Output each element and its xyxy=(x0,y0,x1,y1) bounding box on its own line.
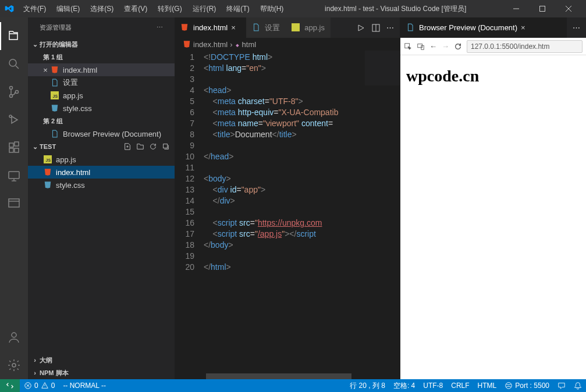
new-folder-icon[interactable] xyxy=(136,142,144,151)
close-tab-icon[interactable]: × xyxy=(231,23,240,32)
horizontal-scrollbar[interactable] xyxy=(175,373,400,379)
chevron-right-icon: › xyxy=(30,369,40,376)
project-file-style-css[interactable]: style.css xyxy=(28,179,175,191)
notifications-icon[interactable] xyxy=(570,379,586,392)
devices-icon[interactable] xyxy=(417,42,425,51)
menu-terminal[interactable]: 终端(T) xyxy=(222,2,254,16)
svg-text:JS: JS xyxy=(46,158,51,162)
file-icon xyxy=(252,23,261,33)
menu-run[interactable]: 运行(R) xyxy=(188,2,221,16)
svg-point-4 xyxy=(9,59,16,66)
remote-explorer-icon[interactable] xyxy=(0,162,28,190)
close-tab-icon[interactable]: × xyxy=(521,23,530,32)
code-content[interactable]: <!DOCTYPE html> <html lang="en"> <head> … xyxy=(204,51,400,373)
menu-file[interactable]: 文件(F) xyxy=(19,2,51,16)
url-text: 127.0.0.1:5500/index.htm xyxy=(471,42,549,51)
extensions-icon[interactable] xyxy=(0,134,28,162)
svg-text:JS: JS xyxy=(53,94,58,98)
problems-button[interactable]: 0 0 xyxy=(20,379,59,392)
svg-point-10 xyxy=(9,115,12,117)
editor-group-2[interactable]: 第 2 组 xyxy=(28,115,175,127)
menu-help[interactable]: 帮助(H) xyxy=(255,2,289,16)
tab-index-html[interactable]: index.html × xyxy=(175,17,246,38)
settings-gear-icon[interactable] xyxy=(0,351,28,379)
svg-rect-14 xyxy=(15,142,19,146)
indentation[interactable]: 空格: 4 xyxy=(389,379,419,392)
main-menu: 文件(F) 编辑(E) 选择(S) 查看(V) 转到(G) 运行(R) 终端(T… xyxy=(19,2,288,16)
breadcrumb-file[interactable]: index.html xyxy=(193,40,228,49)
maximize-button[interactable] xyxy=(529,0,555,17)
more-actions-icon[interactable]: ⋯ xyxy=(386,23,394,32)
tab-browser-preview[interactable]: Browser Preview (Document) × xyxy=(400,17,567,38)
project-file-index-html[interactable]: index.html xyxy=(28,166,175,179)
reload-icon[interactable] xyxy=(454,42,462,51)
open-editor-app-js[interactable]: JS app.js xyxy=(28,89,175,102)
breadcrumb-symbol[interactable]: html xyxy=(242,40,257,49)
menu-view[interactable]: 查看(V) xyxy=(119,2,152,16)
source-control-icon[interactable] xyxy=(0,78,28,106)
cursor-position[interactable]: 行 20 , 列 8 xyxy=(346,379,389,392)
outline-section[interactable]: › 大纲 xyxy=(28,354,175,366)
feedback-icon[interactable] xyxy=(553,379,570,392)
refresh-icon[interactable] xyxy=(149,142,157,151)
open-editors-section[interactable]: ⌄ 打开的编辑器 xyxy=(28,38,175,51)
browser-preview-activity-icon[interactable] xyxy=(0,190,28,218)
js-file-icon: JS xyxy=(50,91,59,100)
eol[interactable]: CRLF xyxy=(447,379,473,392)
npm-scripts-section[interactable]: › NPM 脚本 xyxy=(28,366,175,379)
file-icon xyxy=(50,129,59,138)
language-mode[interactable]: HTML xyxy=(474,379,501,392)
svg-rect-15 xyxy=(9,172,19,179)
close-icon[interactable]: × xyxy=(41,66,50,74)
explorer-icon[interactable] xyxy=(0,22,28,50)
minimap[interactable] xyxy=(365,51,400,85)
more-actions-icon[interactable]: ⋯ xyxy=(573,23,580,32)
menu-goto[interactable]: 转到(G) xyxy=(153,2,186,16)
menu-edit[interactable]: 编辑(E) xyxy=(52,2,84,16)
run-icon[interactable] xyxy=(356,23,365,33)
project-file-app-js[interactable]: JS app.js xyxy=(28,153,175,166)
collapse-all-icon[interactable] xyxy=(162,142,170,151)
menu-select[interactable]: 选择(S) xyxy=(86,2,118,16)
svg-rect-26 xyxy=(164,144,168,148)
back-icon[interactable]: ← xyxy=(429,42,437,51)
open-editor-settings[interactable]: 设置 xyxy=(28,76,175,89)
warnings-count: 0 xyxy=(51,382,55,390)
sidebar: 资源管理器 ⋯ ⌄ 打开的编辑器 第 1 组 × index.html 设置 J… xyxy=(28,17,175,379)
file-label: app.js xyxy=(56,155,76,164)
code-symbol-icon: ⬥ xyxy=(235,40,240,49)
open-editor-style-css[interactable]: style.css xyxy=(28,102,175,115)
minimize-button[interactable] xyxy=(503,0,529,17)
svg-point-6 xyxy=(10,87,13,90)
open-editor-browser-preview[interactable]: Browser Preview (Document) xyxy=(28,127,175,140)
outline-label: 大纲 xyxy=(40,356,52,365)
svg-point-40 xyxy=(506,383,512,389)
html-file-icon xyxy=(50,65,59,74)
open-editor-index-html[interactable]: × index.html xyxy=(28,63,175,76)
editor-group-1[interactable]: 第 1 组 xyxy=(28,51,175,63)
code-editor[interactable]: 1 2 3 4 5 6 7 8 9 10 11 12 13 14 15 16 1… xyxy=(175,51,400,373)
sidebar-more-icon[interactable]: ⋯ xyxy=(157,24,163,31)
url-input[interactable]: 127.0.0.1:5500/index.htm xyxy=(467,40,583,53)
live-server-port[interactable]: Port : 5500 xyxy=(500,379,553,392)
breadcrumb[interactable]: index.html › ⬥ html xyxy=(175,38,400,51)
new-file-icon[interactable] xyxy=(123,142,132,151)
search-icon[interactable] xyxy=(0,50,28,78)
remote-button[interactable] xyxy=(0,379,20,392)
debug-icon[interactable] xyxy=(0,106,28,134)
split-editor-icon[interactable] xyxy=(371,23,381,33)
encoding[interactable]: UTF-8 xyxy=(419,379,447,392)
svg-line-5 xyxy=(16,66,19,69)
svg-point-21 xyxy=(12,364,16,367)
tab-label: index.html xyxy=(193,23,228,32)
tab-app-js[interactable]: app.js xyxy=(286,17,331,38)
inspect-icon[interactable] xyxy=(404,42,412,51)
project-section[interactable]: ⌄ TEST xyxy=(28,140,175,153)
forward-icon[interactable]: → xyxy=(442,42,449,51)
titlebar: 文件(F) 编辑(E) 选择(S) 查看(V) 转到(G) 运行(R) 终端(T… xyxy=(0,0,586,17)
accounts-icon[interactable] xyxy=(0,323,28,351)
tab-settings[interactable]: 设置 xyxy=(246,17,286,38)
file-label: index.html xyxy=(56,168,90,177)
close-window-button[interactable] xyxy=(555,0,581,17)
svg-point-7 xyxy=(10,95,13,98)
